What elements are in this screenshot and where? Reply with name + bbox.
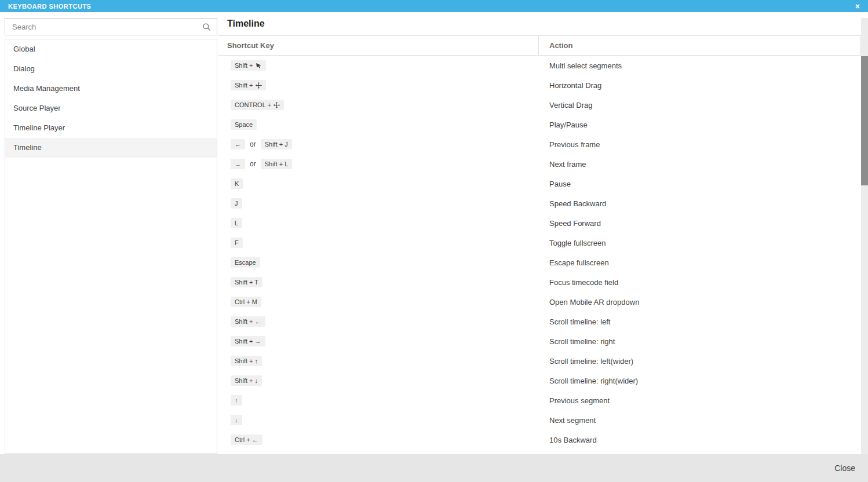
key-badge: Shift + ← [231,316,265,327]
table-row: Shift + ↑Scroll timeline: left(wider) [218,351,861,371]
scrollbar-track[interactable] [861,18,868,454]
action-cell: Pause [539,180,861,188]
or-label: or [250,140,256,148]
key-badge: Shift + ↑ [231,356,262,366]
action-cell: Horizontal Drag [539,81,861,90]
sidebar-item-media-management[interactable]: Media Management [5,79,217,98]
action-label: Open Mobile AR dropdown [549,298,639,306]
table-row: CONTROL +Vertical Drag [218,95,861,115]
dialog-titlebar: KEYBOARD SHORTCUTS × [0,0,868,12]
shortcut-table-body: Shift +Multi select segmentsShift +Horiz… [218,56,861,450]
action-cell: Scroll timeline: right [539,337,861,346]
table-row: ↓Next segment [218,410,861,430]
key-badge: F [231,238,243,248]
action-label: Focus timecode field [549,278,618,287]
key-badge: ↓ [231,415,242,425]
action-cell: Next segment [539,416,861,425]
key-badge: J [231,198,242,209]
table-row: SpacePlay/Pause [218,115,861,134]
key-badge: Shift + L [261,159,293,169]
table-row: Ctrl + ←10s Backward [218,430,861,450]
action-label: Scroll timeline: left(wider) [549,357,633,366]
shortcut-key-cell: ←orShift + J [218,139,539,149]
sidebar: GlobalDialogMedia ManagementSource Playe… [5,18,217,454]
shortcut-key-cell: Shift + [218,60,539,71]
close-button[interactable]: Close [834,463,855,473]
table-row: Ctrl + MOpen Mobile AR dropdown [218,292,861,312]
action-cell: Previous frame [539,140,861,149]
key-badge: Escape [231,257,260,268]
shortcut-key-cell: CONTROL + [218,100,539,110]
shortcut-key-cell: K [218,178,539,189]
action-label: Escape fullscreen [549,258,609,267]
action-label: Next segment [549,416,596,425]
shortcut-key-cell: Shift + [218,80,539,90]
search-input[interactable] [5,23,202,31]
action-cell: Vertical Drag [539,101,861,109]
close-icon[interactable]: × [855,2,860,10]
shortcut-key-cell: F [218,238,539,248]
key-badge: L [231,218,242,228]
table-row: KPause [218,174,861,193]
action-label: Next frame [549,160,586,169]
action-label: Play/Pause [549,121,588,129]
action-label: Previous segment [549,396,610,405]
table-row: JSpeed Backward [218,193,861,213]
scrollbar-thumb[interactable] [861,56,868,185]
action-label: 10s Backward [549,436,597,444]
action-cell: Focus timecode field [539,278,861,287]
sidebar-item-source-player[interactable]: Source Player [5,98,217,118]
table-row: Shift + TFocus timecode field [218,272,861,292]
table-row: Shift + ←Scroll timeline: left [218,312,861,331]
table-header: Shortcut Key Action [218,36,861,56]
key-badge: Ctrl + ← [231,434,262,445]
action-label: Scroll timeline: right(wider) [549,377,638,385]
sidebar-list: GlobalDialogMedia ManagementSource Playe… [5,39,217,454]
column-header-action: Action [539,36,861,55]
table-row: LSpeed Forward [218,213,861,233]
action-cell: Speed Backward [539,199,861,208]
key-badge: → [231,159,245,169]
table-row: FToggle fullscreen [218,233,861,253]
search-box[interactable] [5,18,217,35]
key-badge: Ctrl + M [231,297,261,307]
sidebar-item-timeline-player[interactable]: Timeline Player [5,118,217,138]
key-badge: Space [231,119,257,130]
table-row: Shift + →Scroll timeline: right [218,331,861,351]
shortcuts-panel: Timeline Shortcut Key Action Shift +Mult… [218,12,861,454]
table-row: →orShift + LNext frame [218,154,861,174]
shortcut-key-cell: Escape [218,257,539,268]
table-row: Shift +Multi select segments [218,56,861,75]
move-icon [273,102,280,108]
shortcut-key-cell: Shift + ↓ [218,375,539,386]
action-cell: Speed Forward [539,219,861,228]
sidebar-item-timeline[interactable]: Timeline [5,138,217,158]
dialog-footer: Close [0,454,868,482]
dialog-title: KEYBOARD SHORTCUTS [8,3,91,10]
shortcut-key-cell: Shift + → [218,336,539,346]
action-cell: Toggle fullscreen [539,239,861,247]
action-label: Scroll timeline: left [549,317,610,326]
column-header-shortcut-key: Shortcut Key [218,36,539,55]
table-row: Shift + ↓Scroll timeline: right(wider) [218,371,861,390]
move-icon [256,82,262,89]
action-cell: Previous segment [539,396,861,405]
action-label: Previous frame [549,140,600,149]
action-cell: Escape fullscreen [539,258,861,267]
key-badge: Shift + [231,60,266,71]
action-label: Speed Backward [549,199,606,208]
shortcut-key-cell: ↓ [218,415,539,425]
action-cell: 10s Backward [539,436,861,444]
sidebar-item-global[interactable]: Global [5,39,217,59]
section-title-row: Timeline [218,12,861,36]
shortcut-key-cell: →orShift + L [218,159,539,169]
shortcut-key-cell: Shift + ← [218,316,539,327]
sidebar-item-dialog[interactable]: Dialog [5,59,217,79]
key-badge: CONTROL + [231,100,284,110]
action-label: Horizontal Drag [549,81,601,90]
key-badge: Shift + J [261,139,292,149]
table-row: ←orShift + JPrevious frame [218,134,861,154]
key-badge: ← [231,139,245,149]
pointer-icon [256,63,262,69]
key-badge: Shift + → [231,336,265,346]
